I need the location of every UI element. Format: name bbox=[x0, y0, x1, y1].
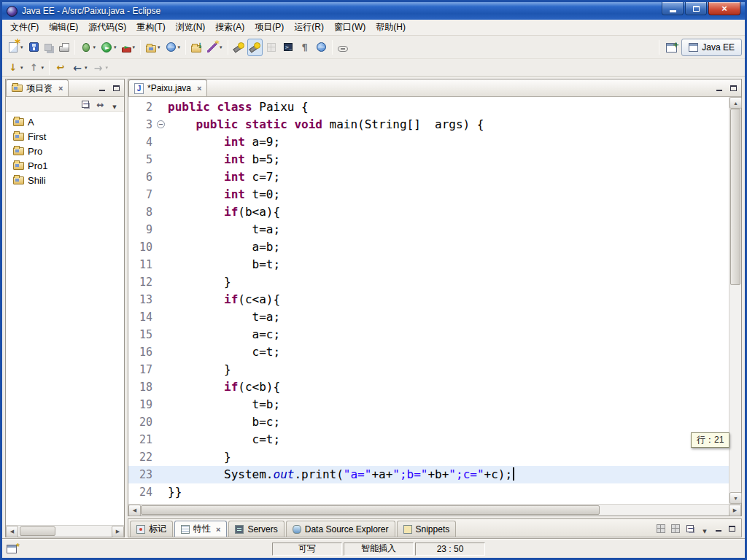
view-menu-button[interactable] bbox=[108, 98, 121, 110]
tree-item-a[interactable]: A bbox=[6, 114, 124, 129]
link-with-editor-button[interactable] bbox=[336, 39, 350, 56]
java-search-button[interactable] bbox=[231, 39, 247, 56]
panel-toolbar-icon[interactable] bbox=[684, 523, 697, 534]
maximize-button[interactable] bbox=[685, 2, 707, 15]
tab-servers[interactable]: Servers bbox=[228, 521, 284, 537]
close-button[interactable]: × bbox=[708, 2, 740, 15]
menu-item[interactable]: 运行(R) bbox=[289, 19, 329, 36]
menu-item[interactable]: 浏览(N) bbox=[171, 19, 211, 36]
run-button[interactable]: ▾ bbox=[98, 39, 119, 56]
menu-item[interactable]: 文件(F) bbox=[5, 19, 44, 36]
dropdown-arrow-icon[interactable]: ▾ bbox=[93, 44, 96, 50]
dropdown-arrow-icon[interactable]: ▾ bbox=[20, 65, 23, 71]
open-perspective-icon bbox=[666, 43, 677, 52]
tab-project-explorer[interactable]: 项目资 × bbox=[6, 79, 69, 96]
maximize-view-button[interactable] bbox=[726, 524, 738, 534]
tab-properties[interactable]: 特性× bbox=[174, 521, 227, 537]
close-icon[interactable]: × bbox=[58, 84, 63, 93]
menu-item[interactable]: 重构(T) bbox=[131, 19, 170, 36]
new-project-button[interactable]: ▾ bbox=[144, 39, 163, 56]
scroll-right-button[interactable]: ▶ bbox=[729, 505, 741, 516]
panel-toolbar-icon[interactable] bbox=[654, 523, 667, 534]
scroll-up-button[interactable]: ▲ bbox=[729, 97, 742, 109]
collapse-icon[interactable]: − bbox=[157, 120, 165, 128]
tab-paixu-java[interactable]: J *Paixu.java × bbox=[128, 79, 207, 96]
open-type-button[interactable] bbox=[263, 39, 279, 56]
tab-snippets[interactable]: Snippets bbox=[397, 521, 457, 537]
editor-vscrollbar[interactable]: ▲ ▼ bbox=[729, 97, 741, 504]
close-icon[interactable]: × bbox=[216, 525, 220, 534]
collapse-all-button[interactable] bbox=[79, 98, 92, 110]
menu-item[interactable]: 源代码(S) bbox=[83, 19, 131, 36]
java-ee-perspective-button[interactable]: Java EE bbox=[681, 39, 742, 56]
tab-datasource[interactable]: Data Source Explorer bbox=[286, 521, 395, 537]
tree-item-first[interactable]: First bbox=[6, 129, 124, 144]
save-all-button[interactable] bbox=[42, 39, 56, 56]
line-number-gutter[interactable]: 23456789101112131415161718192021222324 bbox=[128, 97, 156, 504]
link-with-editor-button[interactable] bbox=[93, 98, 107, 110]
menu-item[interactable]: 项目(P) bbox=[249, 19, 289, 36]
scroll-left-button[interactable]: ◀ bbox=[6, 526, 18, 537]
hscroll-thumb[interactable] bbox=[141, 505, 600, 515]
explorer-hscrollbar[interactable]: ◀ ▶ bbox=[6, 525, 124, 537]
web-wizard-button[interactable]: ▾ bbox=[163, 39, 183, 56]
maximize-view-button[interactable] bbox=[110, 83, 122, 93]
hscroll-track[interactable] bbox=[18, 526, 112, 537]
previous-annotation-button[interactable]: ▾ bbox=[26, 59, 47, 77]
show-whitespace-toggle[interactable] bbox=[297, 39, 313, 56]
external-tools-button[interactable]: ▾ bbox=[120, 39, 138, 56]
fast-view-icon[interactable] bbox=[7, 545, 17, 553]
menu-item[interactable]: 窗口(W) bbox=[329, 19, 371, 36]
minimize-view-button[interactable] bbox=[96, 83, 108, 93]
dropdown-arrow-icon[interactable]: ▾ bbox=[20, 44, 23, 50]
tree-item-pro[interactable]: Pro bbox=[6, 144, 124, 158]
open-perspective-button[interactable] bbox=[664, 39, 679, 56]
last-edit-location-button[interactable] bbox=[53, 59, 69, 77]
minimize-button[interactable] bbox=[662, 2, 684, 15]
debug-button[interactable]: ▾ bbox=[78, 39, 98, 56]
tab-markers[interactable]: 标记 bbox=[130, 521, 173, 537]
menu-item[interactable]: 编辑(E) bbox=[44, 19, 83, 36]
import-button[interactable] bbox=[189, 39, 204, 56]
panel-toolbar-icon[interactable] bbox=[669, 523, 682, 534]
dropdown-arrow-icon[interactable]: ▾ bbox=[133, 44, 136, 50]
code-editor[interactable]: public class Paixu { public static void … bbox=[168, 97, 729, 504]
scroll-down-button[interactable]: ▼ bbox=[729, 492, 742, 504]
editor-window-buttons bbox=[713, 83, 741, 96]
back-button[interactable]: ▾ bbox=[69, 59, 90, 77]
new-wizard-button[interactable]: ▾ bbox=[5, 39, 26, 56]
editor-hscrollbar[interactable]: ◀ ▶ bbox=[128, 504, 741, 516]
dropdown-arrow-icon[interactable]: ▾ bbox=[42, 65, 44, 71]
dropdown-arrow-icon[interactable]: ▾ bbox=[114, 44, 117, 50]
panel-toolbar-icon[interactable] bbox=[698, 523, 711, 534]
dropdown-arrow-icon[interactable]: ▾ bbox=[85, 65, 88, 71]
tree-item-shili[interactable]: Shili bbox=[6, 173, 124, 187]
hscroll-track[interactable] bbox=[141, 505, 729, 516]
dropdown-arrow-icon[interactable]: ▾ bbox=[158, 44, 160, 50]
menu-item[interactable]: 搜索(A) bbox=[210, 19, 249, 36]
dropdown-arrow-icon[interactable]: ▾ bbox=[106, 65, 109, 71]
forward-button[interactable]: ▾ bbox=[90, 59, 111, 77]
new-wizard-menu-button[interactable]: ▾ bbox=[204, 39, 225, 56]
code-line: if(c<a){ bbox=[168, 291, 729, 308]
dropdown-arrow-icon[interactable]: ▾ bbox=[178, 44, 181, 50]
mark-occurrences-toggle[interactable] bbox=[247, 39, 263, 56]
dropdown-arrow-icon[interactable]: ▾ bbox=[220, 44, 222, 50]
title-bar[interactable]: Java EE - A/src/Paixu.java - Eclipse × bbox=[2, 2, 745, 20]
minimize-editor-button[interactable] bbox=[713, 83, 725, 93]
web-browser-button[interactable] bbox=[314, 39, 329, 56]
save-button[interactable] bbox=[26, 39, 42, 56]
scroll-right-button[interactable]: ▶ bbox=[112, 526, 124, 537]
menu-item[interactable]: 帮助(H) bbox=[371, 19, 411, 36]
console-button[interactable] bbox=[280, 39, 296, 56]
next-annotation-button[interactable]: ▾ bbox=[5, 59, 26, 77]
vscroll-track[interactable] bbox=[729, 109, 741, 492]
vscroll-thumb[interactable] bbox=[730, 109, 740, 285]
hscroll-thumb[interactable] bbox=[20, 526, 55, 536]
close-icon[interactable]: × bbox=[197, 84, 201, 93]
scroll-left-button[interactable]: ◀ bbox=[128, 505, 141, 516]
tree-item-pro1[interactable]: Pro1 bbox=[6, 158, 124, 173]
print-button[interactable] bbox=[57, 39, 71, 56]
minimize-view-button[interactable] bbox=[713, 524, 724, 534]
maximize-editor-button[interactable] bbox=[727, 83, 739, 93]
